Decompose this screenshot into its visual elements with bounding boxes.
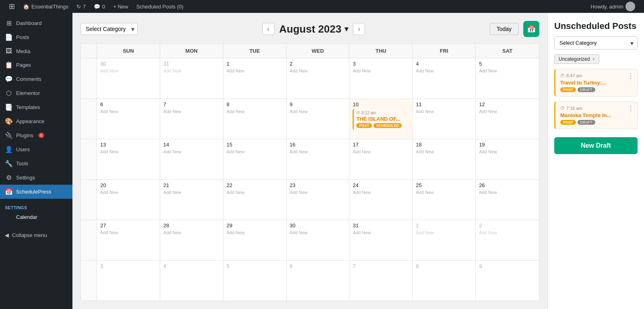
add-new-link[interactable]: Add New: [353, 68, 409, 73]
add-new-link[interactable]: Add New: [100, 230, 157, 235]
plugins-badge: 6: [38, 133, 45, 138]
sidebar-item-templates[interactable]: 📑 Templates: [0, 100, 72, 114]
add-new-link[interactable]: Add New: [163, 230, 220, 235]
add-new-link[interactable]: Add New: [290, 68, 346, 73]
day-number: 14: [163, 142, 220, 148]
month-title: August 2023 ▾: [279, 23, 349, 35]
add-new-link[interactable]: Add New: [416, 190, 472, 195]
add-new-link[interactable]: Add New: [416, 109, 472, 114]
sidebar-item-dashboard[interactable]: ⊞ Dashboard: [0, 16, 72, 30]
calendar-day: 1 Add New: [223, 58, 287, 99]
day-number: 1: [416, 222, 472, 229]
unscheduled-card-2[interactable]: ⋮ ⏱ 7:16 am Manioka Temple In... POST DR…: [554, 101, 638, 129]
adminbar-user[interactable]: Howdy, admin: [587, 0, 639, 13]
admin-bar: ⊞ 🏠 EssentialThings ↻ 7 💬 0 + New Schedu…: [0, 0, 644, 13]
add-new-link[interactable]: Add New: [100, 109, 157, 114]
card-time-2: ⏱ 7:16 am: [560, 106, 632, 111]
sidebar-item-users[interactable]: 👤 Users: [0, 142, 72, 157]
unscheduled-card-1[interactable]: ⋮ ⏱ 8:47 am Travel to Turkey:... POST DR…: [554, 69, 638, 97]
add-new-link[interactable]: Add New: [479, 109, 536, 114]
week-nav-5: [81, 220, 97, 260]
add-new-link[interactable]: Add New: [227, 190, 283, 195]
adminbar-logo[interactable]: ⊞: [5, 0, 19, 13]
add-new-link[interactable]: Add New: [416, 68, 472, 73]
remove-filter-tag-btn[interactable]: ×: [592, 56, 595, 62]
add-new-link[interactable]: Add New: [227, 230, 283, 235]
calendar-week: 20Add New 21Add New 22Add New 23Add New …: [81, 180, 539, 220]
add-new-link[interactable]: Add New: [479, 149, 536, 154]
sidebar-item-media[interactable]: 🖼 Media: [0, 44, 72, 58]
add-new-link[interactable]: Add New: [479, 68, 536, 73]
today-button[interactable]: Today: [490, 23, 518, 35]
add-new-link[interactable]: Add New: [290, 190, 346, 195]
clock-icon: ⏱: [560, 106, 565, 111]
sidebar-item-schedulepress[interactable]: 📅 SchedulePress: [0, 185, 72, 199]
adminbar-updates[interactable]: ↻ 7: [72, 0, 90, 13]
calendar-view-btn[interactable]: 📅: [523, 21, 539, 37]
sidebar-item-settings[interactable]: ⚙ Settings: [0, 171, 72, 185]
day-number: 6: [290, 263, 346, 269]
add-new-link[interactable]: Add New: [416, 230, 472, 235]
prev-month-btn[interactable]: ‹: [262, 23, 275, 35]
comments-icon: 💬: [94, 4, 100, 10]
day-number: 22: [227, 182, 283, 188]
media-icon: 🖼: [5, 47, 13, 55]
adminbar-comments[interactable]: 💬 0: [90, 0, 109, 13]
collapse-menu-btn[interactable]: ◀ Collapse menu: [0, 229, 72, 241]
house-icon: 🏠: [23, 4, 29, 10]
sidebar-item-tools[interactable]: 🔧 Tools: [0, 157, 72, 171]
day-number: 13: [100, 142, 157, 148]
calendar-day: 29Add New: [223, 220, 287, 260]
add-new-link[interactable]: Add New: [163, 149, 220, 154]
add-new-link[interactable]: Add New: [163, 68, 220, 73]
day-number: 5: [479, 61, 536, 67]
next-month-btn[interactable]: ›: [353, 23, 365, 35]
card-menu-icon-1[interactable]: ⋮: [627, 72, 634, 80]
event-card[interactable]: ⏱ 8:12 am ⋮ THE ISLAND OF... POST SCHEDU…: [353, 109, 409, 130]
add-new-link[interactable]: Add New: [227, 68, 283, 73]
event-title[interactable]: THE ISLAND OF...: [356, 116, 407, 122]
card-badges-1: POST DRAFT: [560, 87, 632, 92]
add-new-link[interactable]: Add New: [100, 190, 157, 195]
add-new-link[interactable]: Add New: [100, 149, 157, 154]
add-new-link[interactable]: Add New: [227, 109, 283, 114]
add-new-link[interactable]: Add New: [227, 149, 283, 154]
add-new-link[interactable]: Add New: [416, 149, 472, 154]
calendar-day: 3 Add New: [349, 58, 413, 99]
card-title-2[interactable]: Manioka Temple In...: [560, 112, 632, 118]
add-new-link[interactable]: Add New: [353, 230, 409, 235]
add-new-link[interactable]: Add New: [479, 230, 536, 235]
add-new-link[interactable]: Add New: [290, 109, 346, 114]
category-select[interactable]: Select Category: [80, 23, 138, 35]
month-dropdown-icon[interactable]: ▾: [345, 25, 348, 33]
card-menu-icon-2[interactable]: ⋮: [627, 105, 634, 113]
calendar-day: 31 Add New: [160, 58, 223, 99]
adminbar-site[interactable]: 🏠 EssentialThings: [19, 0, 72, 13]
new-draft-button[interactable]: New Draft: [554, 137, 638, 154]
sidebar-item-comments[interactable]: 💬 Comments: [0, 72, 72, 86]
adminbar-scheduled[interactable]: Scheduled Posts (0): [132, 0, 187, 13]
day-number: 3: [353, 61, 409, 67]
add-new-link[interactable]: Add New: [290, 149, 346, 154]
day-number: 9: [479, 263, 536, 269]
day-number: 2: [290, 61, 346, 67]
add-new-link[interactable]: Add New: [100, 68, 157, 73]
card-title-1[interactable]: Travel to Turkey:...: [560, 80, 632, 86]
week-nav-3: [81, 139, 97, 179]
sidebar-item-plugins[interactable]: 🔌 Plugins 6: [0, 128, 72, 142]
event-menu-icon[interactable]: ⋮: [402, 111, 407, 115]
add-new-link[interactable]: Add New: [163, 190, 220, 195]
adminbar-new[interactable]: + New: [109, 0, 132, 13]
clock-icon: ⏱: [560, 73, 565, 78]
panel-category-select[interactable]: Select Category: [554, 36, 638, 49]
sidebar-item-pages[interactable]: 📋 Pages: [0, 58, 72, 72]
add-new-link[interactable]: Add New: [290, 230, 346, 235]
sidebar-item-posts[interactable]: 📄 Posts: [0, 30, 72, 44]
sidebar-item-appearance[interactable]: 🎨 Appearance: [0, 114, 72, 128]
sidebar-item-elementor[interactable]: ⬡ Elementor: [0, 86, 72, 100]
add-new-link[interactable]: Add New: [163, 109, 220, 114]
add-new-link[interactable]: Add New: [479, 190, 536, 195]
sidebar-subitem-calendar[interactable]: Calendar: [0, 212, 72, 222]
add-new-link[interactable]: Add New: [353, 149, 409, 154]
add-new-link[interactable]: Add New: [353, 190, 409, 195]
